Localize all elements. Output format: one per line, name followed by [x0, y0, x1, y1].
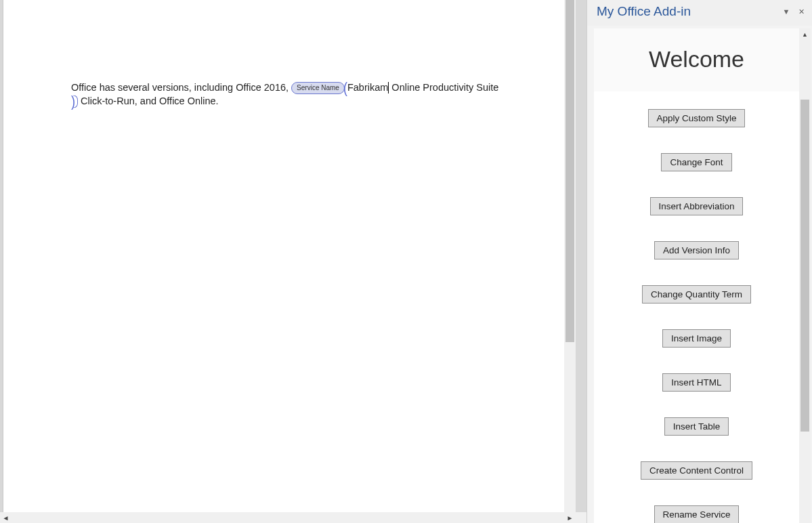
content-control-end-icon [73, 95, 78, 108]
insert-abbreviation-button[interactable]: Insert Abbreviation [650, 197, 744, 215]
taskpane-banner: Welcome [594, 28, 799, 91]
insert-image-button[interactable]: Insert Image [662, 329, 731, 348]
taskpane-close-icon[interactable]: ✕ [796, 6, 807, 17]
taskpane-vertical-scrollbar[interactable]: ▲ ▼ [799, 28, 811, 523]
document-vertical-scrollbar[interactable] [564, 0, 576, 512]
taskpane-header: My Office Add-in ▼ ✕ [587, 0, 812, 26]
content-control-text-b[interactable]: Online Productivity Suite [389, 82, 498, 93]
document-horizontal-scrollbar[interactable]: ◄ ► [0, 512, 586, 523]
change-quantity-term-button[interactable]: Change Quantity Term [642, 285, 751, 304]
taskpane-content: Apply Custom Style Change Font Insert Ab… [594, 91, 799, 523]
scrollbar-thumb[interactable] [565, 0, 574, 342]
insert-html-button[interactable]: Insert HTML [662, 373, 730, 392]
add-version-info-button[interactable]: Add Version Info [654, 241, 739, 259]
apply-custom-style-button[interactable]: Apply Custom Style [648, 109, 746, 127]
document-area: Office has several versions, including O… [0, 0, 586, 523]
change-font-button[interactable]: Change Font [661, 153, 731, 171]
create-content-control-button[interactable]: Create Content Control [641, 461, 752, 480]
taskpane-menu-icon[interactable]: ▼ [781, 6, 792, 17]
doc-text-after[interactable]: Click-to-Run, and Office Online. [78, 96, 219, 106]
content-control-tag[interactable]: Service Name [291, 82, 345, 94]
document-page[interactable]: Office has several versions, including O… [3, 0, 564, 512]
document-scroll-wrap: Office has several versions, including O… [0, 0, 586, 512]
rename-service-button[interactable]: Rename Service [654, 505, 740, 523]
taskpane-body: Welcome Apply Custom Style Change Font I… [594, 28, 799, 523]
content-control-bracket-left-icon [343, 83, 347, 94]
scroll-right-icon[interactable]: ► [564, 512, 576, 523]
content-control-text-a[interactable]: Fabrikam [347, 82, 388, 93]
taskpane-banner-title: Welcome [601, 46, 792, 72]
document-gutter [576, 0, 586, 512]
taskpane-body-wrap: Welcome Apply Custom Style Change Font I… [587, 26, 812, 523]
doc-text[interactable]: Office has several versions, including O… [71, 82, 291, 93]
taskpane: My Office Add-in ▼ ✕ Welcome Apply Custo… [586, 0, 812, 523]
scroll-left-icon[interactable]: ◄ [0, 512, 12, 523]
scrollbar-thumb[interactable] [800, 100, 809, 432]
scroll-up-icon[interactable]: ▲ [799, 28, 811, 40]
insert-table-button[interactable]: Insert Table [664, 417, 729, 436]
taskpane-title: My Office Add-in [597, 4, 777, 19]
